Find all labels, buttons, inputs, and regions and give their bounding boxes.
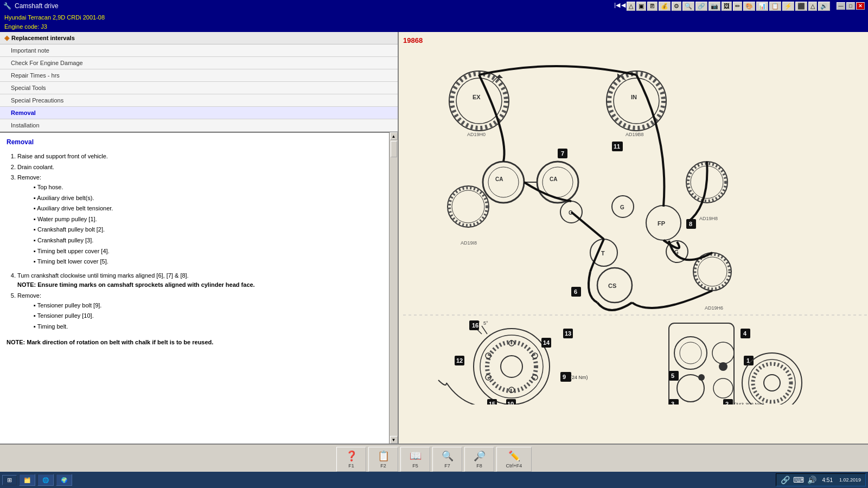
svg-text:5°: 5° <box>483 320 488 326</box>
app-icon: 🔧 <box>3 2 11 10</box>
taskbar-app-chrome[interactable]: 🌐 <box>37 474 54 486</box>
remove-item-4: Water pump pulley [1]. <box>34 215 382 224</box>
remove-items: Top hose. Auxiliary drive belt(s). Auxil… <box>34 183 382 267</box>
svg-text:7: 7 <box>561 150 564 157</box>
scroll-up-arrow[interactable]: ▲ <box>390 132 398 140</box>
svg-point-91 <box>698 374 705 381</box>
window-controls[interactable]: — □ ✕ <box>837 2 865 10</box>
f1-icon: ❓ <box>346 450 358 462</box>
step-2: Drain coolant. <box>17 163 382 172</box>
right-panel: 19868 EX AD19H0 IN <box>399 32 868 444</box>
diagram-container: EX AD19H0 IN AD19B8 CA <box>403 47 864 444</box>
svg-text:IN: IN <box>631 94 637 100</box>
svg-text:T: T <box>601 250 605 256</box>
f5-icon: 📖 <box>410 450 422 462</box>
scroll-down-arrow[interactable]: ▼ <box>390 436 398 444</box>
ctrlf4-button[interactable]: ✏️ Ctrl+F4 <box>496 447 532 472</box>
step-1: Raise and support front of vehicle. <box>17 152 382 162</box>
note-final: NOTE: Mark direction of rotation on belt… <box>7 338 382 348</box>
f2-label: F2 <box>380 463 386 468</box>
globe-icon: 🌍 <box>61 477 67 483</box>
bottom-toolbar: ❓ F1 📋 F2 📖 F5 🔍 F7 🔎 F8 ✏️ Ctrl+F4 <box>0 444 868 473</box>
content-area: Removal Raise and support front of vehic… <box>0 132 389 444</box>
f2-icon: 📋 <box>378 450 390 462</box>
volume-icon: 🔊 <box>807 476 816 484</box>
f8-label: F8 <box>476 463 482 468</box>
svg-text:16: 16 <box>472 322 478 329</box>
nav-item-engine-damage[interactable]: Check For Engine Damage <box>0 57 398 69</box>
left-content-wrapper: Removal Raise and support front of vehic… <box>0 132 398 444</box>
svg-text:4: 4 <box>743 330 747 337</box>
nav-item-removal[interactable]: Removal <box>0 107 398 119</box>
svg-text:(24 Nm): (24 Nm) <box>570 375 588 380</box>
f1-button[interactable]: ❓ F1 <box>336 447 366 472</box>
minimize-button[interactable]: — <box>837 2 845 10</box>
nav-section: ◈ Replacement intervals Important note C… <box>0 32 398 132</box>
steps-list: Raise and support front of vehicle. Drai… <box>17 152 382 331</box>
remove-items-2: Tensioner pulley bolt [9]. Tensioner pul… <box>34 301 382 332</box>
step-5: Remove: Tensioner pulley bolt [9]. Tensi… <box>17 291 382 331</box>
toolbar-icons: |◀ ◀ △ ▣ 🖹 💰 ⚙ 🔍 🔗 📷 🖼 ✏ 🎨 📊 📋 ⚡ ⬛ △ 🔊 <box>614 2 830 11</box>
remove-item-11: Timing belt. <box>34 322 382 332</box>
svg-text:11: 11 <box>614 143 620 150</box>
step-3: Remove: Top hose. Auxiliary drive belt(s… <box>17 173 382 266</box>
diamond-icon: ◈ <box>4 34 9 42</box>
vehicle-info-bar: Hyundai Terracan 2,9D CRDi 2001-08 Engin… <box>0 12 868 32</box>
note-4: NOTE: Ensure timing marks on camshaft sp… <box>17 281 255 288</box>
vehicle-line1: Hyundai Terracan 2,9D CRDi 2001-08 <box>4 13 864 22</box>
f2-button[interactable]: 📋 F2 <box>368 447 398 472</box>
nav-item-special-precautions[interactable]: Special Precautions <box>0 94 398 107</box>
remove-item-7: Timing belt upper cover [4]. <box>34 247 382 256</box>
files-icon: 🗂️ <box>24 477 30 483</box>
remove-item-10: Tensioner pulley [10]. <box>34 311 382 321</box>
taskbar-app-files[interactable]: 🗂️ <box>19 474 35 486</box>
nav-item-installation[interactable]: Installation <box>0 119 398 132</box>
taskbar-app-globe[interactable]: 🌍 <box>56 474 72 486</box>
svg-text:CA: CA <box>550 176 557 182</box>
f5-label: F5 <box>412 463 418 468</box>
vehicle-line2: Engine code: J3 <box>4 22 864 31</box>
svg-text:12: 12 <box>456 357 463 364</box>
nav-header-label: Replacement intervals <box>11 35 75 41</box>
svg-text:13: 13 <box>565 330 571 337</box>
step-4: Turn crankshaft clockwise until timing m… <box>17 271 382 290</box>
network-icon: 🔗 <box>781 476 790 484</box>
content-title: Removal <box>7 137 382 147</box>
nav-item-repair-times[interactable]: Repair Times - hrs <box>0 69 398 82</box>
f1-label: F1 <box>348 463 354 468</box>
main-container: ◈ Replacement intervals Important note C… <box>0 32 868 444</box>
windows-icon: ⊞ <box>7 477 12 484</box>
title-bar-left: 🔧 Camshaft drive <box>3 2 59 10</box>
svg-rect-0 <box>403 47 868 404</box>
svg-text:AD19H6: AD19H6 <box>705 305 723 311</box>
maximize-button[interactable]: □ <box>846 2 855 10</box>
start-button[interactable]: ⊞ <box>2 475 17 485</box>
f8-icon: 🔎 <box>474 450 486 462</box>
nav-item-special-tools[interactable]: Special Tools <box>0 82 398 94</box>
timing-diagram-svg: EX AD19H0 IN AD19B8 CA <box>403 47 868 404</box>
svg-text:AD19H8: AD19H8 <box>699 216 718 221</box>
svg-text:9: 9 <box>563 374 566 380</box>
svg-text:G: G <box>620 204 624 210</box>
diagram-number: 19868 <box>403 36 864 44</box>
svg-text:AD19H0: AD19H0 <box>467 132 486 137</box>
f7-button[interactable]: 🔍 F7 <box>432 447 462 472</box>
remove-item-8: Timing belt lower cover [5]. <box>34 257 382 267</box>
svg-text:5: 5 <box>671 373 674 379</box>
f5-button[interactable]: 📖 F5 <box>400 447 430 472</box>
left-panel: ◈ Replacement intervals Important note C… <box>0 32 399 444</box>
title-bar: 🔧 Camshaft drive |◀ ◀ △ ▣ 🖹 💰 ⚙ 🔍 🔗 📷 🖼 … <box>0 0 868 12</box>
svg-text:CS: CS <box>608 282 616 289</box>
vertical-scrollbar[interactable]: ▲ ▼ <box>389 132 398 444</box>
scroll-thumb[interactable] <box>391 141 397 157</box>
remove-item-9: Tensioner pulley bolt [9]. <box>34 301 382 311</box>
f8-button[interactable]: 🔎 F8 <box>464 447 494 472</box>
svg-text:EX: EX <box>473 94 481 100</box>
nav-header[interactable]: ◈ Replacement intervals <box>0 32 398 44</box>
remove-item-3: Auxiliary drive belt tensioner. <box>34 204 382 214</box>
close-button[interactable]: ✕ <box>856 2 865 10</box>
svg-text:10: 10 <box>507 401 514 404</box>
remove-item-1: Top hose. <box>34 183 382 192</box>
svg-text:AD19B8: AD19B8 <box>626 132 644 137</box>
nav-item-important-note[interactable]: Important note <box>0 44 398 57</box>
